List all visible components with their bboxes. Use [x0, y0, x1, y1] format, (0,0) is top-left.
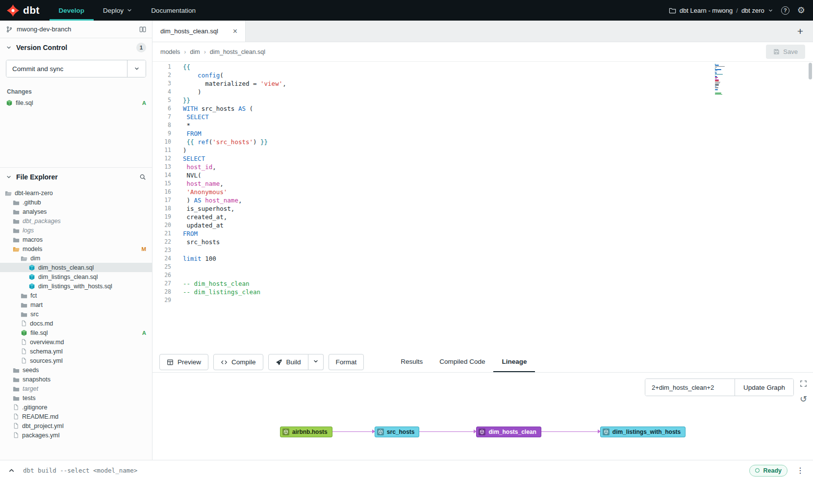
code-line[interactable]: 11)	[152, 146, 813, 154]
file-tree-item[interactable]: dim_listings_with_hosts.sql	[0, 281, 152, 291]
breadcrumb-item[interactable]: models	[160, 49, 180, 55]
code-line[interactable]: 27-- dim_hosts_clean	[152, 279, 813, 288]
code-line[interactable]: 10 {{ ref('src_hosts') }}	[152, 138, 813, 146]
file-explorer-header[interactable]: File Explorer	[0, 168, 152, 186]
fullscreen-icon[interactable]	[800, 380, 807, 387]
nav-deploy[interactable]: Deploy	[94, 0, 142, 21]
code-line[interactable]: 4 )	[152, 88, 813, 96]
code-line[interactable]: 1{{	[152, 63, 813, 71]
compile-button[interactable]: Compile	[213, 354, 263, 370]
tab-compiled-code[interactable]: Compiled Code	[431, 352, 493, 372]
file-tree-item[interactable]: dbt-learn-zero	[0, 188, 152, 198]
changed-file-item[interactable]: file.sqlA	[0, 98, 152, 108]
file-tree-item[interactable]: .github	[0, 198, 152, 207]
file-tree-item[interactable]: tests	[0, 393, 152, 403]
editor-scrollbar[interactable]	[809, 63, 812, 79]
commit-and-sync-button[interactable]: Commit and sync	[6, 60, 127, 77]
code-line[interactable]: 12SELECT	[152, 154, 813, 163]
file-tree-item[interactable]: logs	[0, 226, 152, 235]
file-tree-item[interactable]: schema.yml	[0, 347, 152, 356]
tab-results[interactable]: Results	[392, 352, 431, 372]
code-line[interactable]: 23	[152, 246, 813, 254]
code-line[interactable]: 18 is_superhost,	[152, 204, 813, 213]
search-icon[interactable]	[139, 174, 146, 180]
file-tree-item[interactable]: analyses	[0, 207, 152, 216]
dbt-logo[interactable]: dbt	[0, 0, 50, 21]
code-line[interactable]: 14 NVL(	[152, 171, 813, 179]
tab-lineage[interactable]: Lineage	[493, 352, 535, 372]
file-tree-item[interactable]: sources.yml	[0, 356, 152, 365]
code-line[interactable]: 2 config(	[152, 71, 813, 79]
lineage-selector-input[interactable]	[645, 379, 735, 396]
file-tree-item[interactable]: README.md	[0, 412, 152, 421]
breadcrumb-item[interactable]: dim	[190, 49, 200, 55]
nav-develop[interactable]: Develop	[50, 0, 94, 21]
lineage-node[interactable]: airbnb.hosts	[280, 427, 332, 437]
file-tree-item[interactable]: file.sqlA	[0, 328, 152, 337]
file-tree-item[interactable]: src	[0, 309, 152, 319]
file-tree-item[interactable]: seeds	[0, 365, 152, 375]
new-tab-button[interactable]: +	[788, 21, 813, 42]
code-line[interactable]: 3 materialized = 'view',	[152, 79, 813, 88]
lineage-node[interactable]: dim_listings_with_hosts	[600, 427, 686, 437]
build-options-button[interactable]	[308, 354, 324, 370]
help-button[interactable]: ?	[781, 6, 789, 15]
code-line[interactable]: 19 created_at,	[152, 213, 813, 221]
file-tree-item[interactable]: macros	[0, 235, 152, 244]
chevron-up-icon[interactable]	[8, 467, 15, 474]
file-tree-item[interactable]: modelsM	[0, 244, 152, 253]
settings-gear-icon[interactable]: ⚙	[797, 6, 805, 15]
file-tree-item[interactable]: target	[0, 384, 152, 393]
format-button[interactable]: Format	[329, 354, 364, 370]
file-tree-item[interactable]: overview.md	[0, 337, 152, 347]
file-tree-item[interactable]: .gitignore	[0, 403, 152, 412]
breadcrumb-item[interactable]: dim_hosts_clean.sql	[210, 49, 265, 55]
code-line[interactable]: 16 'Anonymous'	[152, 188, 813, 196]
file-tree-item[interactable]: dim	[0, 253, 152, 263]
code-editor[interactable]: 1{{2 config(3 materialized = 'view',4 )5…	[152, 62, 813, 352]
code-line[interactable]: 8 *	[152, 121, 813, 129]
account-switcher[interactable]: dbt Learn - mwong / dbt zero	[669, 7, 773, 14]
file-tree-item[interactable]: dim_hosts_clean.sql	[0, 263, 152, 272]
minimap[interactable]	[715, 64, 762, 96]
kebab-menu-icon[interactable]: ⋮	[795, 466, 805, 475]
commit-options-button[interactable]	[127, 60, 146, 77]
code-line[interactable]: 17 ) AS host_name,	[152, 196, 813, 204]
code-line[interactable]: 22 src_hosts	[152, 238, 813, 246]
build-button[interactable]: Build	[268, 354, 308, 370]
code-line[interactable]: 21FROM	[152, 229, 813, 238]
file-tree-item[interactable]: dbt_project.yml	[0, 421, 152, 430]
code-line[interactable]: 7 SELECT	[152, 113, 813, 121]
code-line[interactable]: 15 host_name,	[152, 179, 813, 188]
preview-button[interactable]: Preview	[159, 354, 208, 370]
version-control-header[interactable]: Version Control 1	[0, 38, 152, 57]
code-line[interactable]: 20 updated_at	[152, 221, 813, 229]
file-tree-item[interactable]: fct	[0, 291, 152, 300]
code-line[interactable]: 13 host_id,	[152, 163, 813, 171]
file-tree-item[interactable]: packages.yml	[0, 430, 152, 440]
command-input[interactable]: dbt build --select <model_name>	[23, 467, 741, 474]
code-line[interactable]: 25	[152, 263, 813, 271]
update-graph-button[interactable]: Update Graph	[735, 379, 793, 396]
code-line[interactable]: 5}}	[152, 96, 813, 104]
code-line[interactable]: 28-- dim_listings_clean	[152, 288, 813, 296]
file-tree-item[interactable]: dbt_packages	[0, 216, 152, 226]
file-tree-item[interactable]: mart	[0, 300, 152, 309]
code-line[interactable]: 24limit 100	[152, 254, 813, 263]
close-tab-icon[interactable]: ×	[233, 27, 237, 35]
code-line[interactable]: 9 FROM	[152, 129, 813, 138]
code-line[interactable]: 29	[152, 296, 813, 304]
code-line[interactable]: 26	[152, 271, 813, 279]
file-tree-item[interactable]: dim_listings_clean.sql	[0, 272, 152, 281]
file-tree-item[interactable]: snapshots	[0, 375, 152, 384]
lineage-node[interactable]: src_hosts	[375, 427, 420, 437]
split-editor-icon[interactable]	[139, 26, 146, 33]
nav-documentation[interactable]: Documentation	[142, 0, 205, 21]
reset-view-icon[interactable]: ↺	[800, 395, 807, 403]
lineage-node[interactable]: dim_hosts_clean	[476, 427, 541, 437]
code-line[interactable]: 6WITH src_hosts AS (	[152, 104, 813, 113]
save-button[interactable]: Save	[766, 45, 805, 59]
editor-tab[interactable]: dim_hosts_clean.sql ×	[152, 21, 246, 42]
git-branch-row[interactable]: mwong-dev-branch	[0, 21, 152, 38]
file-tree-item[interactable]: docs.md	[0, 319, 152, 328]
